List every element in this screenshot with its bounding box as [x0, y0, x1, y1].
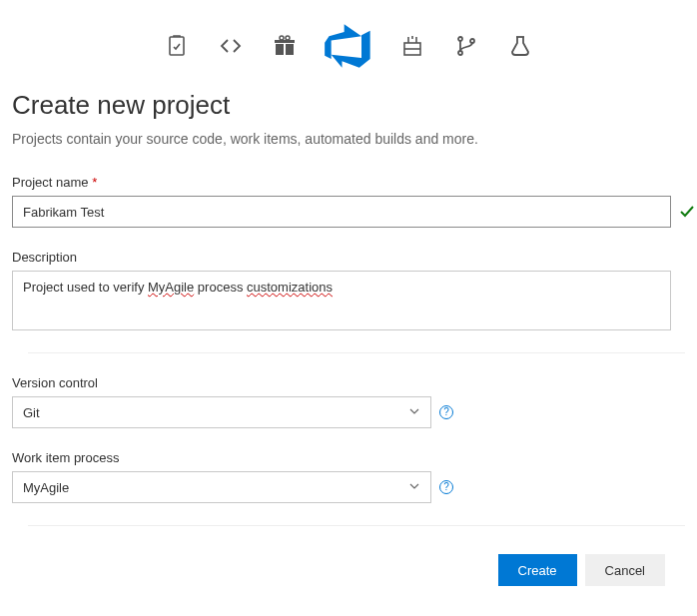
repos-branch-icon[interactable] [454, 34, 478, 58]
pipelines-icon[interactable] [400, 34, 424, 58]
project-name-label-text: Project name [12, 175, 89, 190]
svg-point-7 [458, 37, 462, 41]
boards-icon[interactable] [165, 34, 189, 58]
code-icon[interactable] [219, 34, 243, 58]
svg-point-9 [470, 39, 474, 43]
work-item-process-select[interactable]: MyAgile [12, 471, 431, 503]
chevron-down-icon [408, 480, 420, 495]
gift-icon[interactable] [273, 34, 297, 58]
page-subtitle: Projects contain your source code, work … [12, 131, 685, 147]
svg-rect-2 [286, 44, 294, 55]
version-control-select[interactable]: Git [12, 396, 431, 428]
version-control-value: Git [23, 405, 40, 420]
cancel-button[interactable]: Cancel [585, 554, 665, 586]
create-button[interactable]: Create [498, 554, 577, 586]
work-item-process-value: MyAgile [23, 480, 69, 495]
description-input[interactable]: Project used to verify MyAgile process c… [12, 271, 671, 330]
required-asterisk: * [92, 175, 97, 190]
page-title: Create new project [12, 90, 685, 121]
chevron-down-icon [408, 405, 420, 420]
description-label: Description [12, 250, 685, 265]
project-name-label: Project name * [12, 175, 685, 190]
work-item-process-label: Work item process [12, 450, 685, 465]
svg-rect-3 [275, 40, 295, 43]
svg-point-8 [458, 51, 462, 55]
svg-point-5 [286, 36, 290, 40]
dialog-button-row: Create Cancel [12, 554, 685, 586]
help-icon[interactable]: ? [439, 405, 453, 419]
svg-rect-0 [170, 37, 184, 55]
azure-devops-icon[interactable] [323, 20, 374, 72]
version-control-label: Version control [12, 375, 685, 390]
svg-point-4 [280, 36, 284, 40]
svg-rect-1 [276, 44, 284, 55]
service-icon-row [12, 0, 685, 90]
valid-check-icon [679, 204, 695, 220]
help-icon[interactable]: ? [439, 480, 453, 494]
project-name-input[interactable] [12, 196, 671, 228]
test-plans-icon[interactable] [508, 34, 532, 58]
